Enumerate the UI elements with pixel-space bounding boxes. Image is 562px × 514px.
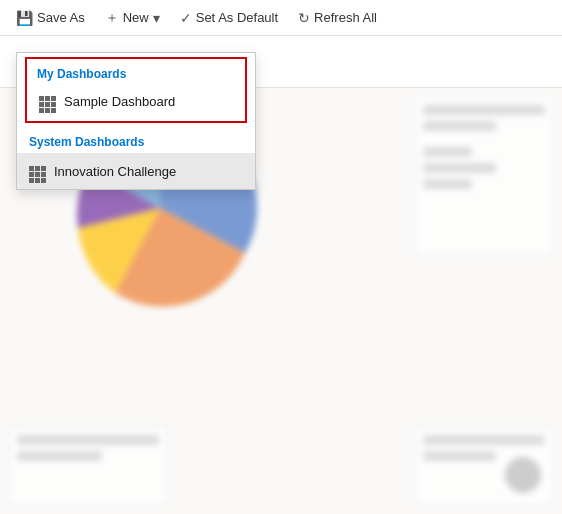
sample-dashboard-label: Sample Dashboard: [64, 94, 175, 109]
innovation-challenge-label: Innovation Challenge: [54, 164, 176, 179]
card-line-2: [423, 121, 496, 131]
innovation-challenge-grid-icon: [29, 159, 46, 183]
system-dashboards-label[interactable]: System Dashboards: [17, 127, 255, 153]
dashboard-dropdown-menu: My Dashboards Sample Dashboard System Da…: [16, 52, 256, 190]
plus-icon: ＋: [105, 9, 119, 27]
check-icon: ✓: [180, 10, 192, 26]
card-line-4: [423, 163, 496, 173]
card-bl-line-2: [17, 451, 102, 461]
save-icon: 💾: [16, 10, 33, 26]
my-dashboards-label[interactable]: My Dashboards: [27, 61, 245, 83]
card-line-3: [423, 147, 472, 157]
sample-dashboard-grid-icon: [39, 89, 56, 113]
refresh-icon: ↻: [298, 10, 310, 26]
sample-dashboard-item[interactable]: Sample Dashboard: [27, 83, 245, 119]
bottom-right-card: [414, 426, 554, 506]
set-as-default-label: Set As Default: [196, 10, 278, 25]
card-line-5: [423, 179, 472, 189]
new-label: New: [123, 10, 149, 25]
card-br-line-2: [423, 451, 496, 461]
card-br-line-1: [423, 435, 545, 445]
save-as-label: Save As: [37, 10, 85, 25]
new-button[interactable]: ＋ New ▾: [97, 5, 168, 31]
bottom-left-card: [8, 426, 168, 506]
new-chevron-icon: ▾: [153, 10, 160, 26]
card-line-1: [423, 105, 545, 115]
set-as-default-button[interactable]: ✓ Set As Default: [172, 6, 286, 30]
refresh-all-button[interactable]: ↻ Refresh All: [290, 6, 385, 30]
my-dashboards-section: My Dashboards Sample Dashboard: [25, 57, 247, 123]
card-bl-line-1: [17, 435, 159, 445]
top-right-card: [414, 96, 554, 256]
avatar-placeholder: [505, 457, 541, 493]
innovation-challenge-item[interactable]: Innovation Challenge: [17, 153, 255, 189]
refresh-all-label: Refresh All: [314, 10, 377, 25]
toolbar: 💾 Save As ＋ New ▾ ✓ Set As Default ↻ Ref…: [0, 0, 562, 36]
save-as-button[interactable]: 💾 Save As: [8, 6, 93, 30]
